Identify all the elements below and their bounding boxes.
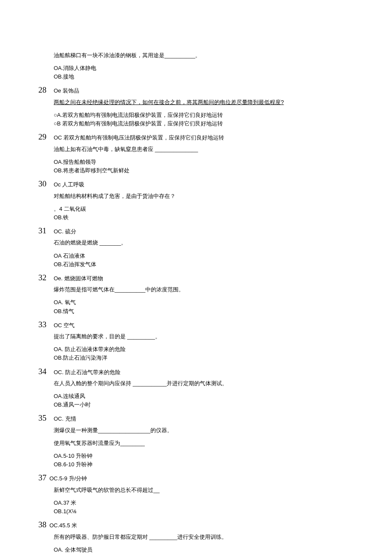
question-number: 35 <box>38 412 54 424</box>
number-row-35: 35 OC. 充情 <box>38 412 354 424</box>
option-a: OA.消除人体静电 <box>54 64 354 73</box>
question-number: 37 <box>38 471 49 484</box>
number-row-38: 38 OC.45.5 米 <box>38 518 354 531</box>
option-a: OA. 氧气 <box>54 298 354 307</box>
question-stem: 所有的呼吸器、防护服日常都应定期对 _________进行安全使用训练。 <box>54 533 354 541</box>
option-b: OB.情气 <box>54 307 354 316</box>
question-36: 使用氧气复苏器时流量应为________ OA.5-10 升吩钟 OB.6-10… <box>38 439 354 469</box>
option-c: OC.45.5 米 <box>49 521 77 530</box>
question-stem: 石油的燃烧是燃烧 _______。 <box>54 238 354 247</box>
question-number: 30 <box>38 177 54 190</box>
question-33: 提出了隔离舱的要求，目的是 _________。 OA. 防止石油液体带来的危险… <box>38 332 354 362</box>
option-c: OC. 硫分 <box>54 227 76 236</box>
question-number: 33 <box>38 318 54 331</box>
question-stem: 爆炸范围是指可燃气体在__________中的浓度范围。 <box>54 285 354 294</box>
question-stem: 在人员入舱的整个期间内应保持 ___________并进行定期的气体测试。 <box>54 379 354 388</box>
option-b: OB.6-10 升吩神 <box>54 460 354 469</box>
option-list: OA. 防止石油液体带来的危险 OB.防止石油污染海洋 <box>54 345 354 362</box>
option-b: OB.通风一小时 <box>54 401 354 409</box>
option-c: Oc 人工呼吸 <box>54 180 84 189</box>
number-row-37: 37 OC.5-9 升/分钟 <box>38 471 354 484</box>
option-list: OA.连续通风 OB.通风一小时 <box>54 392 354 409</box>
option-list: 。4 二氧化碳 OB.铁 <box>54 205 354 222</box>
option-c: OC 空气 <box>54 321 75 330</box>
option-list: OA.5-10 升吩钟 OB.6-10 升吩神 <box>54 452 354 469</box>
option-c: OC. 防止石油气带来的危险 <box>54 368 121 377</box>
number-row-31: 31 OC. 硫分 <box>38 224 354 237</box>
option-list: OA.37 米 OB.1(X⅛ <box>54 499 354 516</box>
question-34: 在人员入舱的整个期间内应保持 ___________并进行定期的气体测试。 OA… <box>38 379 354 409</box>
option-c: OC.5-9 升/分钟 <box>49 474 87 483</box>
question-38: 所有的呼吸器、防护服日常都应定期对 _________进行安全使用训练。 OA.… <box>38 533 354 555</box>
number-row-33: 33 OC 空气 <box>38 318 354 331</box>
number-row-34: 34 OC. 防止石油气带来的危险 <box>38 365 354 378</box>
question-37: 新鲜空气式呼吸气的软管的总长不得超过__ OA.37 米 OB.1(X⅛ <box>38 486 354 516</box>
number-row-32: 32 Oe. 燃烧固体可燃物 <box>38 271 354 284</box>
option-a: OA. 全体驾驶员 <box>54 546 354 554</box>
question-stem: 对船舶结构材料构成了危害，是由于货油中存在？ <box>54 192 354 200</box>
option-b: OB.将患者迅即移到空气新鲜处 <box>54 166 354 175</box>
question-27: 油船舷梯口有一块不涂油漆的钢板，其用途是__________。 OA.消除人体静… <box>38 51 354 81</box>
option-b: OB.石油挥发气体 <box>54 260 354 269</box>
option-a: OA.37 米 <box>54 499 354 507</box>
question-30: 对船舶结构材料构成了危害，是由于货油中存在？ 。4 二氧化碳 OB.铁 <box>38 192 354 222</box>
question-number: 34 <box>38 365 54 378</box>
question-31: 石油的燃烧是燃烧 _______。 OA 石油液体 OB.石油挥发气体 <box>38 238 354 268</box>
option-b: OB.防止石油污染海洋 <box>54 354 354 362</box>
question-35: 测爆仪是一种测量_________________的仪器。 <box>38 426 354 435</box>
document-page: 油船舷梯口有一块不涂油漆的钢板，其用途是__________。 OA.消除人体静… <box>0 0 392 555</box>
question-number: 28 <box>38 84 54 96</box>
question-stem: 新鲜空气式呼吸气的软管的总长不得超过__ <box>54 486 354 494</box>
option-b: OB.铁 <box>54 213 354 222</box>
option-a: OA. 防止石油液体带来的危险 <box>54 345 354 354</box>
option-a: OA 石油液体 <box>54 252 354 260</box>
question-stem: 油船舷梯口有一块不涂油漆的钢板，其用途是__________。 <box>54 51 354 60</box>
question-stem: 使用氧气复苏器时流量应为________ <box>54 439 354 447</box>
question-number: 31 <box>38 224 54 237</box>
question-stem: 油船上如有石油气中毒，缺氧窒息患者应 ______________ <box>54 145 354 154</box>
question-28: 两船之间在未经绝缘处理的情况下，如何在接合之前，将其两船间的电位差尽量降到最低程… <box>38 98 354 128</box>
option-b: OB.接地 <box>54 73 354 81</box>
option-a: OA.报告船舶领导 <box>54 158 354 166</box>
option-c: Oe. 燃烧固体可燃物 <box>54 274 103 283</box>
number-row-30: 30 Oc 人工呼吸 <box>38 177 354 190</box>
option-list: OA. 氧气 OB.情气 <box>54 298 354 315</box>
question-stem: 提出了隔离舱的要求，目的是 _________。 <box>54 332 354 341</box>
question-number: 38 <box>38 518 49 531</box>
option-c: Oe 装饰品 <box>54 87 79 95</box>
number-row-28: 28 Oe 装饰品 <box>38 84 354 96</box>
option-a: ○A.若双方船舶均有强制电流法阳极保护装置，应保持它们良好地运转 <box>54 111 354 119</box>
question-number: 32 <box>38 271 54 284</box>
option-a: OA.连续通风 <box>54 392 354 401</box>
option-list: OA 石油液体 OB.石油挥发气体 <box>54 252 354 269</box>
question-stem: 测爆仪是一种测量_________________的仪器。 <box>54 426 354 435</box>
option-a: 。4 二氧化碳 <box>54 205 354 213</box>
option-c: OC 若双方船舶均有强制电压法阴极保护装置，应保持它们良好地运转 <box>54 134 224 142</box>
option-b: OB.1(X⅛ <box>54 507 354 516</box>
question-32: 爆炸范围是指可燃气体在__________中的浓度范围。 OA. 氧气 OB.情… <box>38 285 354 315</box>
option-list: OA. 全体驾驶员 <box>54 546 354 554</box>
option-list: ○A.若双方船舶均有强制电流法阳极保护装置，应保持它们良好地运转 ○B 若双方船… <box>54 111 354 128</box>
option-c: OC. 充情 <box>54 415 76 423</box>
option-b: ○B 若双方船舶均有强制电流法阴极保护装置，应保持它们艮好地运转 <box>54 119 354 128</box>
option-list: OA.报告船舶领导 OB.将患者迅即移到空气新鲜处 <box>54 158 354 175</box>
question-29: 油船上如有石油气中毒，缺氧窒息患者应 ______________ OA.报告船… <box>38 145 354 175</box>
question-number: 29 <box>38 131 54 143</box>
number-row-29: 29 OC 若双方船舶均有强制电压法阴极保护装置，应保持它们良好地运转 <box>38 131 354 143</box>
option-a: OA.5-10 升吩钟 <box>54 452 354 460</box>
option-list: OA.消除人体静电 OB.接地 <box>54 64 354 81</box>
question-stem: 两船之间在未经绝缘处理的情况下，如何在接合之前，将其两船间的电位差尽量降到最低程… <box>54 98 354 107</box>
